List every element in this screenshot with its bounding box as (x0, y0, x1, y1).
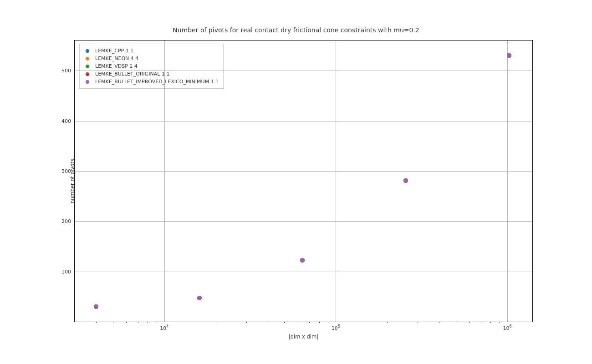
data-point (94, 304, 98, 309)
x-minor-tick (481, 322, 481, 323)
x-minor-tick (148, 322, 148, 323)
x-tick-label: 104 (160, 324, 168, 331)
y-tick-label: 100 (61, 268, 71, 274)
x-minor-tick (138, 322, 138, 323)
x-minor-tick (96, 322, 97, 323)
data-point (403, 178, 408, 183)
y-gridline (75, 272, 532, 272)
x-minor-tick (268, 322, 268, 323)
x-minor-tick (328, 322, 328, 323)
figure: Number of pivots for real contact dry fr… (0, 0, 592, 364)
x-gridline (336, 40, 336, 322)
legend-dot-icon (83, 57, 92, 61)
x-tick-label: 106 (503, 324, 511, 331)
y-gridline (75, 221, 532, 222)
x-gridline (164, 40, 165, 322)
x-minor-tick (126, 322, 127, 323)
data-point (300, 258, 305, 263)
legend-label: LEMKE_BULLET_IMPROVED_LEXICO_MINIMUM 1 1 (95, 78, 219, 86)
y-tick-label: 500 (61, 68, 71, 74)
legend-item: LEMKE_BULLET_ORIGINAL 1 1 (83, 70, 219, 78)
legend-item: LEMKE_BULLET_IMPROVED_LEXICO_MINIMUM 1 1 (83, 78, 219, 86)
x-minor-tick (469, 322, 470, 323)
legend-dot-icon (83, 65, 92, 68)
x-minor-tick (284, 322, 285, 323)
x-minor-tick (456, 322, 456, 323)
y-tick-label: 200 (61, 218, 71, 224)
y-gridline (75, 121, 532, 121)
x-minor-tick (418, 322, 418, 323)
x-minor-tick (490, 322, 491, 323)
data-point (197, 296, 202, 300)
legend-dot-icon (83, 72, 92, 76)
x-minor-tick (216, 322, 216, 323)
legend-dot-icon (83, 80, 92, 84)
legend-label: LEMKE_NEON 4 4 (95, 55, 138, 62)
x-minor-tick (157, 322, 157, 323)
x-gridline (507, 40, 508, 322)
x-tick-label: 105 (332, 324, 340, 331)
y-axis-label: number of pivots (69, 159, 76, 203)
x-axis-label: |dim x dim| (75, 334, 532, 340)
legend-label: LEMKE_BULLET_ORIGINAL 1 1 (95, 70, 169, 78)
x-minor-tick (298, 322, 298, 323)
y-tick-label: 300 (61, 168, 71, 174)
legend-item: LEMKE_VDSP 1 4 (83, 62, 219, 70)
axes-area: number of pivots |dim x dim| LEMKE_CPP 1… (74, 40, 533, 322)
x-minor-tick (439, 322, 439, 323)
x-minor-tick (246, 322, 247, 323)
legend-dot-icon (83, 49, 92, 53)
y-tick-label: 400 (61, 118, 71, 124)
x-minor-tick (309, 322, 310, 323)
legend: LEMKE_CPP 1 1 LEMKE_NEON 4 4 LEMKE_VDSP … (79, 44, 224, 89)
y-gridline (75, 171, 532, 172)
legend-label: LEMKE_VDSP 1 4 (95, 62, 138, 70)
legend-label: LEMKE_CPP 1 1 (95, 47, 133, 55)
x-minor-tick (319, 322, 320, 323)
legend-item: LEMKE_NEON 4 4 (83, 55, 219, 62)
legend-item: LEMKE_CPP 1 1 (83, 47, 219, 55)
chart-title: Number of pivots for real contact dry fr… (0, 26, 592, 34)
x-minor-tick (113, 322, 113, 323)
data-point (507, 53, 511, 58)
x-minor-tick (500, 322, 500, 323)
x-minor-tick (388, 322, 388, 323)
y-gridline (75, 71, 532, 71)
